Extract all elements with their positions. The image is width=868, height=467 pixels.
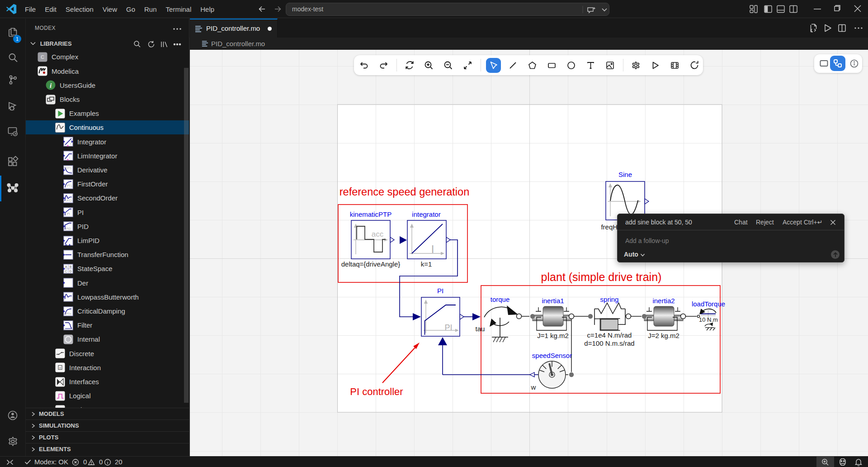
svg-text:loadTorque: loadTorque — [692, 300, 725, 308]
svg-text:A: A — [65, 265, 67, 268]
svg-text:integrator: integrator — [412, 210, 440, 218]
svg-text:D: D — [69, 270, 71, 273]
svg-text:C: C — [65, 270, 67, 273]
svg-text:I: I — [70, 142, 71, 145]
svg-text:C: C — [41, 54, 44, 60]
svg-text:tau: tau — [476, 325, 485, 333]
svg-text:PI: PI — [67, 212, 70, 215]
svg-text:reference speed generation: reference speed generation — [340, 186, 469, 198]
svg-text:inertia2: inertia2 — [652, 297, 675, 305]
svg-text:deltaq={driveAngle}: deltaq={driveAngle} — [341, 260, 401, 268]
svg-text:acc: acc — [372, 230, 384, 238]
svg-text:speedSensor: speedSensor — [532, 352, 572, 359]
svg-text:w: w — [531, 383, 536, 391]
svg-text:PT1: PT1 — [67, 184, 72, 187]
svg-text:c=1e4 N.m/rad: c=1e4 N.m/rad — [587, 331, 632, 339]
svg-text:plant (simple drive train): plant (simple drive train) — [541, 271, 662, 283]
svg-text:PI: PI — [437, 287, 443, 295]
svg-text:PI: PI — [444, 323, 452, 332]
svg-text:kinematicPTP: kinematicPTP — [350, 210, 392, 218]
svg-text:10 N.m: 10 N.m — [699, 316, 718, 323]
svg-text:d=100 N.m.s/rad: d=100 N.m.s/rad — [584, 339, 634, 347]
svg-text:k=1: k=1 — [421, 260, 432, 268]
svg-text:J=1 kg.m2: J=1 kg.m2 — [537, 332, 569, 339]
svg-text:torque: torque — [491, 295, 510, 303]
svg-text:B: B — [70, 265, 72, 268]
svg-text:PID: PID — [66, 227, 71, 230]
svg-text:I: I — [69, 156, 70, 159]
svg-text:J=2 kg.m2: J=2 kg.m2 — [648, 332, 679, 339]
svg-text:DT1: DT1 — [66, 167, 72, 170]
svg-text:PI controller: PI controller — [350, 386, 403, 397]
svg-text:inertia1: inertia1 — [542, 297, 564, 305]
svg-text:I: I — [431, 243, 434, 255]
svg-text:Sine: Sine — [618, 171, 632, 178]
svg-text:PTn: PTn — [66, 312, 71, 315]
svg-text:spring: spring — [600, 295, 619, 303]
svg-text:PT2: PT2 — [66, 199, 72, 202]
